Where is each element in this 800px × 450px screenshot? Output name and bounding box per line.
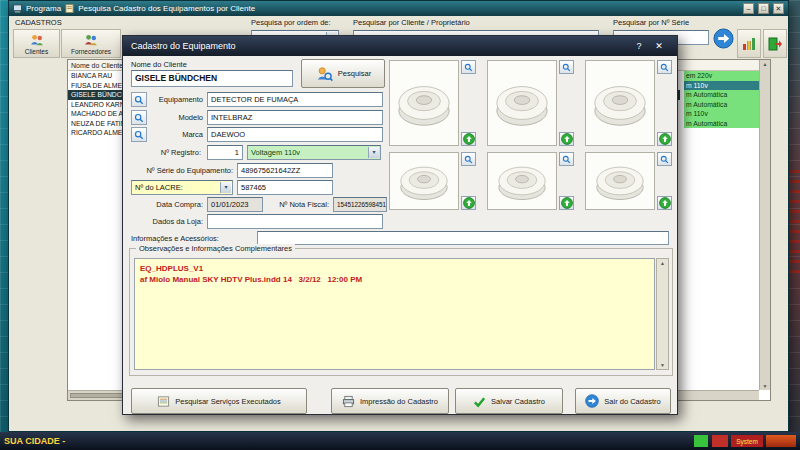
observacoes-textarea[interactable]: EQ_HDPLUS_V1 af Miolo Manual SKY HDTV Pl… xyxy=(134,258,655,370)
city-text: SUA CIDADE - xyxy=(4,432,65,450)
photo-upload-button[interactable] xyxy=(559,132,574,146)
toolbar-clientes-button[interactable]: Clientes xyxy=(13,29,60,58)
photo-upload-button[interactable] xyxy=(461,132,476,146)
green-arrow-icon xyxy=(561,197,573,209)
equipment-row[interactable]: m Automática xyxy=(684,90,761,100)
close-button[interactable]: ✕ xyxy=(773,3,784,14)
equipment-photo[interactable] xyxy=(487,60,557,146)
dialog-body: Nome do Cliente GISELE BÜNDCHEN Pesquisa… xyxy=(123,56,677,414)
client-name-label: Nome do Cliente xyxy=(131,60,187,69)
photo-zoom-button[interactable] xyxy=(461,152,476,166)
pesquisar-label: Pesquisar xyxy=(338,69,371,78)
modelo-field[interactable]: INTELBRAZ xyxy=(207,110,383,125)
smoke-detector-image xyxy=(395,68,453,138)
window-title: Pesquisa Cadastro dos Equipamentos por C… xyxy=(78,4,739,13)
lacre-select[interactable]: Nº do LACRE: ▾ xyxy=(131,180,233,195)
chevron-down-icon[interactable]: ▾ xyxy=(368,147,379,158)
toolbar-fornecedores-button[interactable]: Fornecedores xyxy=(61,29,121,58)
equipamento-lookup-button[interactable] xyxy=(131,92,147,107)
photo-zoom-button[interactable] xyxy=(559,60,574,74)
green-arrow-icon xyxy=(659,197,671,209)
marca-lookup-button[interactable] xyxy=(131,127,147,142)
photo-zoom-button[interactable] xyxy=(657,152,672,166)
search-icon xyxy=(464,155,473,164)
photo-upload-button[interactable] xyxy=(657,132,672,146)
photo-zoom-button[interactable] xyxy=(461,60,476,74)
photo-controls xyxy=(559,152,574,210)
equipamento-label: Equipamento xyxy=(149,95,203,104)
equipment-photo[interactable] xyxy=(389,60,459,146)
suppliers-people-icon xyxy=(83,33,99,48)
modelo-label: Modelo xyxy=(149,113,203,122)
serial-search-go-button[interactable] xyxy=(713,28,734,53)
equipment-photo[interactable] xyxy=(389,152,459,210)
equipment-photo[interactable] xyxy=(585,60,655,146)
photo-zoom-button[interactable] xyxy=(559,152,574,166)
toolbar-sair-button[interactable] xyxy=(763,29,787,58)
photo-upload-button[interactable] xyxy=(461,196,476,210)
toolbar-fornecedores-label: Fornecedores xyxy=(71,48,111,55)
photo-zoom-button[interactable] xyxy=(657,60,672,74)
serie-field[interactable]: 489675621642ZZ xyxy=(237,163,333,178)
exit-arrow-icon xyxy=(585,394,599,408)
dados-loja-field[interactable] xyxy=(207,214,383,229)
toolbar-reports-button[interactable] xyxy=(737,29,761,58)
impressao-button[interactable]: Impressão do Cadastro xyxy=(331,388,449,414)
cadastro-equipamento-dialog: Cadastro do Equipamento ? ✕ Nome do Clie… xyxy=(122,35,678,415)
equipment-row-selected[interactable]: m 110v xyxy=(684,81,761,91)
chevron-down-icon[interactable]: ▾ xyxy=(220,182,231,193)
photo-upload-button[interactable] xyxy=(559,196,574,210)
registro-field[interactable]: 1 xyxy=(207,145,243,160)
search-icon xyxy=(134,113,144,123)
equipment-row[interactable]: m Automática xyxy=(684,100,761,110)
equipment-row[interactable]: m 110v xyxy=(684,109,761,119)
app-title: Programa xyxy=(26,4,61,13)
green-arrow-icon xyxy=(463,197,475,209)
equipment-photo[interactable] xyxy=(585,152,655,210)
client-name-field[interactable]: GISELE BÜNDCHEN xyxy=(131,70,293,87)
smoke-detector-image xyxy=(591,68,649,138)
maximize-button[interactable]: □ xyxy=(758,3,769,14)
sair-cadastro-button[interactable]: Sair do Cadastro xyxy=(575,388,671,414)
exit-door-icon xyxy=(767,36,783,52)
equipamento-field[interactable]: DETECTOR DE FUMAÇA xyxy=(207,92,383,107)
grid-vertical-scrollbar[interactable]: ▲ ▼ xyxy=(759,60,770,390)
nota-fiscal-field[interactable]: 15451226598451 xyxy=(333,197,387,212)
equipment-photo[interactable] xyxy=(487,152,557,210)
printer-icon xyxy=(342,395,355,408)
voltagem-select[interactable]: Voltagem 110v ▾ xyxy=(247,145,381,160)
photo-controls xyxy=(657,60,672,146)
scroll-down-icon[interactable]: ▼ xyxy=(763,383,768,389)
search-icon xyxy=(134,130,144,140)
pesquisar-cliente-button[interactable]: Pesquisar xyxy=(301,59,385,88)
data-compra-label: Data Compra: xyxy=(131,200,203,209)
search-icon xyxy=(562,63,571,72)
dialog-help-button[interactable]: ? xyxy=(629,41,649,51)
equipment-row[interactable]: em 220v xyxy=(684,71,761,81)
menu-cadastros[interactable]: CADASTROS xyxy=(15,18,62,27)
pesquisar-servicos-button[interactable]: Pesquisar Serviços Executados xyxy=(131,388,307,414)
dialog-close-button[interactable]: ✕ xyxy=(649,41,669,51)
photo-controls xyxy=(559,60,574,146)
main-titlebar: Programa Pesquisa Cadastro dos Equipamen… xyxy=(9,1,788,16)
dialog-title: Cadastro do Equipamento xyxy=(131,41,629,51)
lacre-field[interactable]: 587465 xyxy=(237,180,333,195)
acessorios-field[interactable] xyxy=(257,231,669,245)
data-compra-field[interactable]: 01/01/2023 xyxy=(207,197,263,212)
modelo-lookup-button[interactable] xyxy=(131,110,147,125)
scroll-up-icon[interactable]: ▲ xyxy=(763,61,768,67)
photo-upload-button[interactable] xyxy=(657,196,672,210)
toolbar-clientes-label: Clientes xyxy=(25,48,48,55)
observacoes-line: af Miolo Manual SKY HDTV Plus.indd 14 3/… xyxy=(140,274,649,285)
equipment-row[interactable]: m Automática xyxy=(684,119,761,129)
equipment-status-column: em 220v m 110v m Automática m Automática… xyxy=(684,71,761,128)
scroll-down-icon[interactable]: ▼ xyxy=(660,362,665,368)
scroll-up-icon[interactable]: ▲ xyxy=(660,260,665,266)
salvar-button[interactable]: Salvar Cadastro xyxy=(455,388,563,414)
tray-green-block xyxy=(694,435,708,447)
observacoes-scrollbar[interactable]: ▲ ▼ xyxy=(656,258,669,370)
app-icon xyxy=(13,4,22,13)
list-icon xyxy=(157,395,170,408)
minimize-button[interactable]: – xyxy=(743,3,754,14)
marca-field[interactable]: DAEWOO xyxy=(207,127,383,142)
